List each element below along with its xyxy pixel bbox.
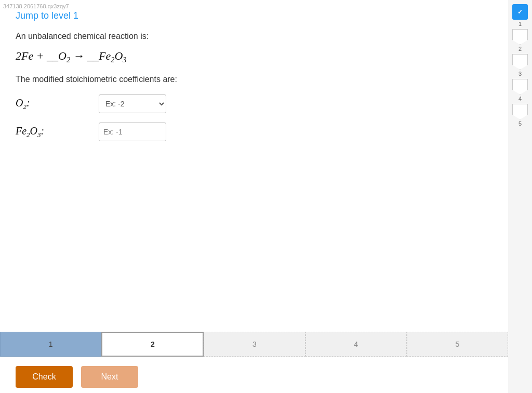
sidebar-number-2: 2 xyxy=(518,46,522,52)
fe2o3-input[interactable] xyxy=(99,123,166,141)
sidebar-badge-2[interactable] xyxy=(512,29,528,45)
chemical-equation: 2Fe + __O2 → __Fe2O3 xyxy=(16,49,493,64)
sidebar-item-2[interactable]: 2 xyxy=(511,29,529,52)
progress-segment-4[interactable]: 4 xyxy=(305,332,407,357)
progress-segment-2[interactable]: 2 xyxy=(101,332,204,357)
o2-input[interactable]: Ex: -2 -3 -1 1 2 3 xyxy=(99,94,166,113)
sidebar-item-4[interactable]: 4 xyxy=(511,79,529,102)
progress-segment-5[interactable]: 5 xyxy=(407,332,508,357)
stoichiometric-text: The modified stoichiometric coefficients… xyxy=(16,75,493,84)
sidebar-number-4: 4 xyxy=(518,96,522,102)
sidebar-badge-3[interactable] xyxy=(512,54,528,70)
sidebar-item-3[interactable]: 3 xyxy=(511,54,529,77)
question-text: An unbalanced chemical reaction is: xyxy=(16,32,493,41)
o2-label: O2: xyxy=(16,97,99,111)
sidebar-number-3: 3 xyxy=(518,71,522,77)
progress-label-1: 1 xyxy=(49,340,53,348)
progress-segment-3[interactable]: 3 xyxy=(204,332,305,357)
progress-bar: 1 2 3 4 5 xyxy=(0,332,508,357)
jump-to-level-link[interactable]: Jump to level 1 xyxy=(16,10,493,21)
sidebar-item-1[interactable]: ✓ 1 xyxy=(511,4,529,27)
next-button[interactable]: Next xyxy=(81,366,138,388)
sidebar-badge-1[interactable]: ✓ xyxy=(512,4,528,20)
action-buttons: Check Next xyxy=(16,366,138,388)
fe2o3-coefficient-row: Fe2O3: xyxy=(16,123,493,141)
progress-label-3: 3 xyxy=(252,340,257,348)
sidebar-item-5[interactable]: 5 xyxy=(511,104,529,127)
progress-segment-1[interactable]: 1 xyxy=(0,332,101,357)
sidebar-badge-5[interactable] xyxy=(512,104,528,119)
progress-label-4: 4 xyxy=(354,340,358,348)
check-button[interactable]: Check xyxy=(16,366,73,388)
sidebar-badge-4[interactable] xyxy=(512,79,528,94)
sidebar-number-1: 1 xyxy=(518,21,522,27)
fe2o3-label: Fe2O3: xyxy=(16,125,99,139)
sidebar: ✓ 1 2 3 4 5 xyxy=(508,0,532,393)
progress-label-2: 2 xyxy=(151,340,155,348)
progress-label-5: 5 xyxy=(456,340,460,348)
sidebar-number-5: 5 xyxy=(518,120,522,127)
o2-coefficient-row: O2: Ex: -2 -3 -1 1 2 3 xyxy=(16,94,493,113)
